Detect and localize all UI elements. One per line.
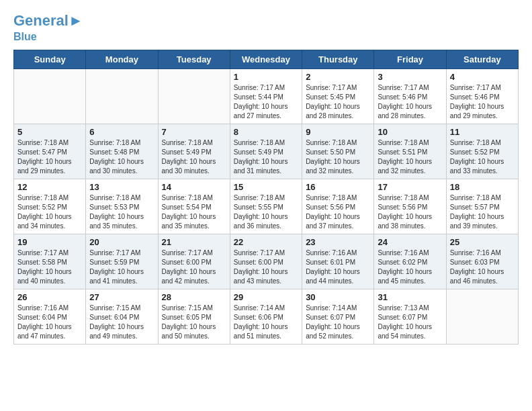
calendar-header-row: SundayMondayTuesdayWednesdayThursdayFrid… [14, 50, 519, 69]
day-number: 4 [450, 72, 515, 82]
day-number: 20 [89, 237, 154, 247]
day-number: 8 [234, 127, 298, 137]
day-info: Sunrise: 7:18 AM Sunset: 5:56 PM Dayligh… [378, 193, 442, 231]
day-number: 24 [378, 237, 442, 247]
calendar-cell: 3Sunrise: 7:17 AM Sunset: 5:46 PM Daylig… [374, 69, 446, 124]
calendar-cell: 14Sunrise: 7:18 AM Sunset: 5:54 PM Dayli… [158, 179, 230, 234]
calendar: SundayMondayTuesdayWednesdayThursdayFrid… [13, 50, 519, 345]
day-number: 16 [306, 182, 370, 192]
calendar-cell: 28Sunrise: 7:15 AM Sunset: 6:05 PM Dayli… [158, 289, 230, 345]
day-info: Sunrise: 7:14 AM Sunset: 6:06 PM Dayligh… [234, 304, 298, 341]
calendar-week-3: 12Sunrise: 7:18 AM Sunset: 5:52 PM Dayli… [14, 179, 519, 234]
day-info: Sunrise: 7:18 AM Sunset: 5:49 PM Dayligh… [234, 138, 298, 176]
page-header: General► Blue [13, 13, 519, 43]
day-number: 11 [450, 127, 515, 137]
calendar-cell: 11Sunrise: 7:18 AM Sunset: 5:52 PM Dayli… [446, 124, 518, 179]
calendar-cell: 30Sunrise: 7:14 AM Sunset: 6:07 PM Dayli… [302, 289, 374, 345]
day-number: 9 [306, 127, 370, 137]
day-info: Sunrise: 7:18 AM Sunset: 5:55 PM Dayligh… [234, 193, 298, 231]
calendar-cell: 24Sunrise: 7:16 AM Sunset: 6:02 PM Dayli… [374, 234, 446, 289]
logo: General► Blue [13, 13, 83, 43]
calendar-week-5: 26Sunrise: 7:16 AM Sunset: 6:04 PM Dayli… [14, 289, 519, 345]
calendar-week-1: 1Sunrise: 7:17 AM Sunset: 5:44 PM Daylig… [14, 69, 519, 124]
day-number: 5 [17, 127, 82, 137]
logo-blue: ► [69, 12, 83, 29]
day-info: Sunrise: 7:17 AM Sunset: 5:58 PM Dayligh… [17, 248, 82, 286]
day-info: Sunrise: 7:17 AM Sunset: 5:46 PM Dayligh… [450, 83, 515, 121]
day-number: 17 [378, 182, 442, 192]
day-info: Sunrise: 7:17 AM Sunset: 5:45 PM Dayligh… [306, 83, 370, 121]
calendar-cell: 5Sunrise: 7:18 AM Sunset: 5:47 PM Daylig… [14, 124, 86, 179]
day-number: 14 [162, 182, 226, 192]
day-info: Sunrise: 7:18 AM Sunset: 5:52 PM Dayligh… [450, 138, 515, 176]
logo-blue-text: Blue [13, 31, 37, 42]
logo-text: General► Blue [13, 13, 83, 43]
day-number: 30 [306, 292, 370, 302]
day-info: Sunrise: 7:17 AM Sunset: 6:00 PM Dayligh… [234, 248, 298, 286]
day-info: Sunrise: 7:16 AM Sunset: 6:02 PM Dayligh… [378, 248, 442, 286]
day-info: Sunrise: 7:18 AM Sunset: 5:52 PM Dayligh… [17, 193, 82, 231]
day-number: 29 [234, 292, 298, 302]
day-number: 15 [234, 182, 298, 192]
calendar-cell: 12Sunrise: 7:18 AM Sunset: 5:52 PM Dayli… [14, 179, 86, 234]
logo-general: General [13, 12, 69, 29]
day-header-friday: Friday [374, 50, 446, 69]
calendar-cell: 22Sunrise: 7:17 AM Sunset: 6:00 PM Dayli… [230, 234, 302, 289]
day-number: 2 [306, 72, 370, 82]
day-header-thursday: Thursday [302, 50, 374, 69]
day-number: 13 [89, 182, 154, 192]
calendar-cell: 31Sunrise: 7:13 AM Sunset: 6:07 PM Dayli… [374, 289, 446, 345]
day-header-tuesday: Tuesday [158, 50, 230, 69]
day-info: Sunrise: 7:18 AM Sunset: 5:49 PM Dayligh… [162, 138, 226, 176]
calendar-cell: 19Sunrise: 7:17 AM Sunset: 5:58 PM Dayli… [14, 234, 86, 289]
day-header-saturday: Saturday [446, 50, 518, 69]
day-info: Sunrise: 7:18 AM Sunset: 5:47 PM Dayligh… [17, 138, 82, 176]
day-number: 6 [89, 127, 154, 137]
day-number: 22 [234, 237, 298, 247]
day-number: 28 [162, 292, 226, 302]
day-number: 21 [162, 237, 226, 247]
calendar-cell: 23Sunrise: 7:16 AM Sunset: 6:01 PM Dayli… [302, 234, 374, 289]
calendar-cell: 10Sunrise: 7:18 AM Sunset: 5:51 PM Dayli… [374, 124, 446, 179]
calendar-week-4: 19Sunrise: 7:17 AM Sunset: 5:58 PM Dayli… [14, 234, 519, 289]
day-info: Sunrise: 7:18 AM Sunset: 5:54 PM Dayligh… [162, 193, 226, 231]
day-number: 25 [450, 237, 515, 247]
calendar-cell: 1Sunrise: 7:17 AM Sunset: 5:44 PM Daylig… [230, 69, 302, 124]
calendar-cell [14, 69, 86, 124]
day-info: Sunrise: 7:17 AM Sunset: 5:59 PM Dayligh… [89, 248, 154, 286]
calendar-cell: 4Sunrise: 7:17 AM Sunset: 5:46 PM Daylig… [446, 69, 518, 124]
day-header-monday: Monday [86, 50, 158, 69]
day-info: Sunrise: 7:17 AM Sunset: 5:44 PM Dayligh… [234, 83, 298, 121]
day-info: Sunrise: 7:16 AM Sunset: 6:04 PM Dayligh… [17, 304, 82, 341]
day-number: 18 [450, 182, 515, 192]
calendar-cell: 7Sunrise: 7:18 AM Sunset: 5:49 PM Daylig… [158, 124, 230, 179]
day-info: Sunrise: 7:16 AM Sunset: 6:01 PM Dayligh… [306, 248, 370, 286]
day-number: 7 [162, 127, 226, 137]
day-number: 27 [89, 292, 154, 302]
day-info: Sunrise: 7:16 AM Sunset: 6:03 PM Dayligh… [450, 248, 515, 286]
day-info: Sunrise: 7:18 AM Sunset: 5:48 PM Dayligh… [89, 138, 154, 176]
calendar-cell [446, 289, 518, 345]
day-info: Sunrise: 7:18 AM Sunset: 5:53 PM Dayligh… [89, 193, 154, 231]
day-info: Sunrise: 7:15 AM Sunset: 6:04 PM Dayligh… [89, 304, 154, 341]
day-info: Sunrise: 7:17 AM Sunset: 5:46 PM Dayligh… [378, 83, 442, 121]
day-number: 10 [378, 127, 442, 137]
day-header-sunday: Sunday [14, 50, 86, 69]
calendar-cell: 17Sunrise: 7:18 AM Sunset: 5:56 PM Dayli… [374, 179, 446, 234]
calendar-cell: 21Sunrise: 7:17 AM Sunset: 6:00 PM Dayli… [158, 234, 230, 289]
calendar-cell: 9Sunrise: 7:18 AM Sunset: 5:50 PM Daylig… [302, 124, 374, 179]
day-number: 1 [234, 72, 298, 82]
day-number: 23 [306, 237, 370, 247]
calendar-cell: 25Sunrise: 7:16 AM Sunset: 6:03 PM Dayli… [446, 234, 518, 289]
day-info: Sunrise: 7:18 AM Sunset: 5:51 PM Dayligh… [378, 138, 442, 176]
calendar-cell: 15Sunrise: 7:18 AM Sunset: 5:55 PM Dayli… [230, 179, 302, 234]
calendar-cell: 16Sunrise: 7:18 AM Sunset: 5:56 PM Dayli… [302, 179, 374, 234]
day-info: Sunrise: 7:13 AM Sunset: 6:07 PM Dayligh… [378, 304, 442, 341]
calendar-cell: 6Sunrise: 7:18 AM Sunset: 5:48 PM Daylig… [86, 124, 158, 179]
calendar-week-2: 5Sunrise: 7:18 AM Sunset: 5:47 PM Daylig… [14, 124, 519, 179]
day-info: Sunrise: 7:14 AM Sunset: 6:07 PM Dayligh… [306, 304, 370, 341]
day-info: Sunrise: 7:17 AM Sunset: 6:00 PM Dayligh… [162, 248, 226, 286]
day-info: Sunrise: 7:18 AM Sunset: 5:56 PM Dayligh… [306, 193, 370, 231]
day-header-wednesday: Wednesday [230, 50, 302, 69]
calendar-cell [86, 69, 158, 124]
